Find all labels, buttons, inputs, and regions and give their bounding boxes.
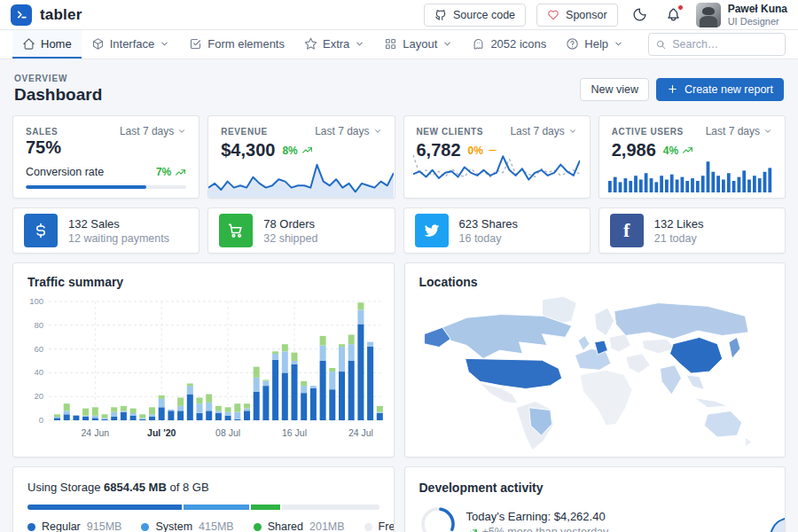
trending-up-icon [175,167,186,178]
map-region-middle-east [625,354,650,373]
progress-ring [419,505,457,532]
create-report-label: Create new report [685,83,773,96]
traffic-summary-card: Traffic summary 02040608010024 JunJul '2… [12,262,395,458]
nav-label: Home [41,37,72,51]
map-region-central-asia [642,339,675,354]
nav-item-interface[interactable]: Interface [82,30,180,59]
sales-period-dropdown[interactable]: Last 7 days [120,125,186,137]
facebook-icon: f [610,214,644,247]
chevron-down-icon [355,39,364,49]
currency-dollar-icon [24,214,58,247]
nav-item-form-elements[interactable]: Form elements [179,30,294,59]
logo[interactable]: tabler [11,4,82,26]
development-activity-chart [572,513,785,532]
legend-item-shared: Shared 201MB [254,520,345,532]
checkbox-icon [189,37,202,51]
sales-counter-card: 132 Sales 12 waiting payments [12,207,200,254]
revenue-delta: 8% [282,145,312,157]
shares-counter-card: 623 Shares 16 today [403,207,591,254]
map-region-eastern-europe [609,334,630,352]
new-clients-line-chart [413,150,580,192]
conversion-rate-label: Conversion rate [26,166,104,178]
sales-value: 75% [26,137,186,158]
legend-dot [254,523,262,531]
legend-item-free: Free 612MB [364,520,395,532]
top-header: tabler Source code Sponsor Paweł Kuna UI [0,0,798,30]
traffic-summary-chart: 02040608010024 JunJul '2008 Jul16 Jul24 … [27,294,384,452]
dark-mode-toggle[interactable] [629,4,652,27]
user-menu[interactable]: Paweł Kuna UI Designer [696,3,787,27]
source-code-button[interactable]: Source code [424,4,526,27]
svg-text:08 Jul: 08 Jul [215,427,240,438]
active-users-bar-chart [608,159,773,192]
nav-item-layout[interactable]: Layout [374,30,462,59]
search-icon [656,39,666,51]
notifications-button[interactable] [662,4,685,27]
storage-card: Using Storage 6854.45 MB of 8 GB Regular… [12,466,395,532]
github-icon [434,9,447,21]
map-region-usa [465,358,561,388]
heart-icon [547,9,559,21]
development-activity-title: Development activity [419,481,771,495]
nav-item-home[interactable]: Home [12,30,82,59]
svg-text:24 Jul: 24 Jul [348,427,373,438]
active-users-period-dropdown[interactable]: Last 7 days [706,125,772,137]
create-report-button[interactable]: Create new report [656,78,784,101]
chevron-down-icon [614,39,623,49]
map-region-canada [442,315,571,359]
nav-item-icons[interactable]: 2052 icons [462,30,556,59]
search-box[interactable] [648,33,786,56]
storage-used-value: 6854.45 MB [104,481,167,494]
storage-progress-bar [27,505,379,510]
sales-progress-bar [26,185,186,189]
chevron-down-icon [177,127,186,136]
sales-label: SALES [26,127,58,137]
locations-title: Locations [419,275,771,289]
nav-label: Extra [323,37,349,51]
sales-card: SALES Last 7 days 75% Conversion rate 7% [12,115,200,199]
legend-item-regular: Regular 915MB [27,520,121,532]
period-label: Last 7 days [510,125,564,137]
active-users-delta: 4% [663,145,693,157]
svg-text:40: 40 [34,367,43,377]
user-name: Paweł Kuna [728,3,787,16]
counter-title: 132 Sales [68,217,169,231]
revenue-label: REVENUE [221,127,268,137]
nav-item-extra[interactable]: Extra [294,30,374,59]
svg-text:0: 0 [39,415,43,425]
map-region-china [669,337,722,373]
nav-item-help[interactable]: Help [556,30,633,59]
legend-dot [141,523,149,531]
tabler-logo-icon [11,4,32,26]
bottom-row: Using Storage 6854.45 MB of 8 GB Regular… [12,466,786,532]
new-clients-period-dropdown[interactable]: Last 7 days [510,125,576,137]
search-input[interactable] [672,38,778,51]
map-region-australia [704,411,741,437]
notification-dot [677,4,684,11]
avatar [696,3,721,27]
svg-text:100: 100 [29,296,43,306]
storage-segment-free [280,505,379,510]
page-pretitle: OVERVIEW [14,74,102,83]
new-clients-label: NEW CLIENTS [417,127,484,137]
sponsor-button[interactable]: Sponsor [536,4,618,27]
conversion-rate-delta: 7% [156,166,186,178]
moon-icon [632,7,647,22]
layout-icon [384,37,397,51]
new-view-button[interactable]: New view [580,78,649,101]
active-users-card: ACTIVE USERS Last 7 days 2,986 4% [598,115,786,199]
revenue-period-dropdown[interactable]: Last 7 days [315,125,381,137]
svg-text:16 Jul: 16 Jul [282,427,307,438]
map-region-japan [728,337,739,358]
home-icon [22,37,35,51]
map-region-russia [614,303,747,340]
map-region-southeast-asia [685,375,703,390]
user-role: UI Designer [728,16,787,27]
map-region-new-zealand [745,437,751,447]
counter-title: 132 Likes [654,217,704,231]
likes-counter-card: f 132 Likes 21 today [598,207,786,254]
new-clients-card: NEW CLIENTS Last 7 days 6,782 0% [403,115,591,199]
map-region-scandinavia [594,308,614,335]
new-view-label: New view [591,83,638,96]
svg-text:20: 20 [34,391,43,401]
